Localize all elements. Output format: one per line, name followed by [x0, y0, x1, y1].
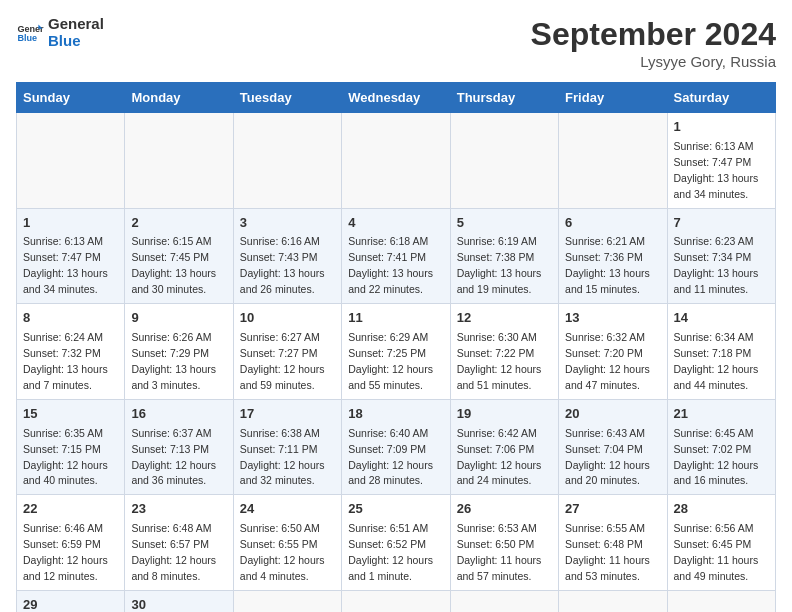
- calendar-cell: 20Sunrise: 6:43 AMSunset: 7:04 PMDayligh…: [559, 399, 667, 495]
- day-info: Sunrise: 6:46 AMSunset: 6:59 PMDaylight:…: [23, 522, 108, 582]
- calendar-cell: 7Sunrise: 6:23 AMSunset: 7:34 PMDaylight…: [667, 208, 775, 304]
- day-info: Sunrise: 6:55 AMSunset: 6:48 PMDaylight:…: [565, 522, 650, 582]
- header-thursday: Thursday: [450, 83, 558, 113]
- day-info: Sunrise: 6:15 AMSunset: 7:45 PMDaylight:…: [131, 235, 216, 295]
- calendar-cell: 15Sunrise: 6:35 AMSunset: 7:15 PMDayligh…: [17, 399, 125, 495]
- calendar-cell: 6Sunrise: 6:21 AMSunset: 7:36 PMDaylight…: [559, 208, 667, 304]
- day-number: 10: [240, 309, 335, 328]
- day-number: 6: [565, 214, 660, 233]
- calendar-cell: 24Sunrise: 6:50 AMSunset: 6:55 PMDayligh…: [233, 495, 341, 591]
- day-number: 20: [565, 405, 660, 424]
- calendar-cell: 28Sunrise: 6:56 AMSunset: 6:45 PMDayligh…: [667, 495, 775, 591]
- calendar-cell: 1Sunrise: 6:13 AMSunset: 7:47 PMDaylight…: [17, 208, 125, 304]
- calendar-cell: [450, 590, 558, 612]
- day-info: Sunrise: 6:48 AMSunset: 6:57 PMDaylight:…: [131, 522, 216, 582]
- day-number: 29: [23, 596, 118, 612]
- calendar-cell: 17Sunrise: 6:38 AMSunset: 7:11 PMDayligh…: [233, 399, 341, 495]
- calendar-week-row: 15Sunrise: 6:35 AMSunset: 7:15 PMDayligh…: [17, 399, 776, 495]
- day-info: Sunrise: 6:40 AMSunset: 7:09 PMDaylight:…: [348, 427, 433, 487]
- day-info: Sunrise: 6:23 AMSunset: 7:34 PMDaylight:…: [674, 235, 759, 295]
- day-number: 17: [240, 405, 335, 424]
- calendar-cell: [450, 113, 558, 209]
- day-number: 24: [240, 500, 335, 519]
- day-info: Sunrise: 6:38 AMSunset: 7:11 PMDaylight:…: [240, 427, 325, 487]
- day-number: 2: [131, 214, 226, 233]
- calendar-cell: 9Sunrise: 6:26 AMSunset: 7:29 PMDaylight…: [125, 304, 233, 400]
- calendar-cell: [559, 590, 667, 612]
- day-info: Sunrise: 6:35 AMSunset: 7:15 PMDaylight:…: [23, 427, 108, 487]
- day-number: 19: [457, 405, 552, 424]
- header-wednesday: Wednesday: [342, 83, 450, 113]
- calendar-cell: 4Sunrise: 6:18 AMSunset: 7:41 PMDaylight…: [342, 208, 450, 304]
- calendar-cell: 19Sunrise: 6:42 AMSunset: 7:06 PMDayligh…: [450, 399, 558, 495]
- calendar-cell: 11Sunrise: 6:29 AMSunset: 7:25 PMDayligh…: [342, 304, 450, 400]
- day-info: Sunrise: 6:19 AMSunset: 7:38 PMDaylight:…: [457, 235, 542, 295]
- calendar-week-row: 1Sunrise: 6:13 AMSunset: 7:47 PMDaylight…: [17, 208, 776, 304]
- day-number: 1: [23, 214, 118, 233]
- calendar-cell: [233, 113, 341, 209]
- calendar-cell: 3Sunrise: 6:16 AMSunset: 7:43 PMDaylight…: [233, 208, 341, 304]
- day-number: 21: [674, 405, 769, 424]
- calendar-cell: 10Sunrise: 6:27 AMSunset: 7:27 PMDayligh…: [233, 304, 341, 400]
- calendar-cell: 2Sunrise: 6:15 AMSunset: 7:45 PMDaylight…: [125, 208, 233, 304]
- calendar-cell: [342, 590, 450, 612]
- day-info: Sunrise: 6:13 AMSunset: 7:47 PMDaylight:…: [23, 235, 108, 295]
- day-info: Sunrise: 6:32 AMSunset: 7:20 PMDaylight:…: [565, 331, 650, 391]
- day-info: Sunrise: 6:13 AMSunset: 7:47 PMDaylight:…: [674, 140, 759, 200]
- calendar-cell: [342, 113, 450, 209]
- calendar-cell: 30Sunrise: 6:59 AMSunset: 6:41 PMDayligh…: [125, 590, 233, 612]
- logo-general: General: [48, 16, 104, 33]
- header-monday: Monday: [125, 83, 233, 113]
- day-info: Sunrise: 6:51 AMSunset: 6:52 PMDaylight:…: [348, 522, 433, 582]
- day-number: 30: [131, 596, 226, 612]
- calendar-cell: 22Sunrise: 6:46 AMSunset: 6:59 PMDayligh…: [17, 495, 125, 591]
- day-number: 1: [674, 118, 769, 137]
- day-info: Sunrise: 6:21 AMSunset: 7:36 PMDaylight:…: [565, 235, 650, 295]
- header-tuesday: Tuesday: [233, 83, 341, 113]
- day-number: 22: [23, 500, 118, 519]
- logo: General Blue General Blue: [16, 16, 104, 49]
- day-info: Sunrise: 6:37 AMSunset: 7:13 PMDaylight:…: [131, 427, 216, 487]
- day-number: 15: [23, 405, 118, 424]
- calendar-cell: 27Sunrise: 6:55 AMSunset: 6:48 PMDayligh…: [559, 495, 667, 591]
- calendar-cell: 1Sunrise: 6:13 AMSunset: 7:47 PMDaylight…: [667, 113, 775, 209]
- calendar-cell: [233, 590, 341, 612]
- day-info: Sunrise: 6:16 AMSunset: 7:43 PMDaylight:…: [240, 235, 325, 295]
- day-number: 8: [23, 309, 118, 328]
- calendar-cell: 13Sunrise: 6:32 AMSunset: 7:20 PMDayligh…: [559, 304, 667, 400]
- day-info: Sunrise: 6:26 AMSunset: 7:29 PMDaylight:…: [131, 331, 216, 391]
- day-number: 28: [674, 500, 769, 519]
- day-number: 5: [457, 214, 552, 233]
- calendar-cell: 16Sunrise: 6:37 AMSunset: 7:13 PMDayligh…: [125, 399, 233, 495]
- day-info: Sunrise: 6:27 AMSunset: 7:27 PMDaylight:…: [240, 331, 325, 391]
- day-info: Sunrise: 6:42 AMSunset: 7:06 PMDaylight:…: [457, 427, 542, 487]
- calendar-cell: 26Sunrise: 6:53 AMSunset: 6:50 PMDayligh…: [450, 495, 558, 591]
- day-number: 9: [131, 309, 226, 328]
- day-number: 25: [348, 500, 443, 519]
- page-header: General Blue General Blue September 2024…: [16, 16, 776, 70]
- day-info: Sunrise: 6:45 AMSunset: 7:02 PMDaylight:…: [674, 427, 759, 487]
- calendar-header-row: Sunday Monday Tuesday Wednesday Thursday…: [17, 83, 776, 113]
- day-number: 26: [457, 500, 552, 519]
- day-number: 12: [457, 309, 552, 328]
- calendar-cell: [559, 113, 667, 209]
- day-number: 23: [131, 500, 226, 519]
- day-number: 14: [674, 309, 769, 328]
- day-number: 7: [674, 214, 769, 233]
- day-number: 3: [240, 214, 335, 233]
- calendar-cell: 12Sunrise: 6:30 AMSunset: 7:22 PMDayligh…: [450, 304, 558, 400]
- day-info: Sunrise: 6:24 AMSunset: 7:32 PMDaylight:…: [23, 331, 108, 391]
- calendar-cell: [667, 590, 775, 612]
- day-info: Sunrise: 6:29 AMSunset: 7:25 PMDaylight:…: [348, 331, 433, 391]
- day-info: Sunrise: 6:56 AMSunset: 6:45 PMDaylight:…: [674, 522, 759, 582]
- header-friday: Friday: [559, 83, 667, 113]
- calendar-table: Sunday Monday Tuesday Wednesday Thursday…: [16, 82, 776, 612]
- calendar-cell: 21Sunrise: 6:45 AMSunset: 7:02 PMDayligh…: [667, 399, 775, 495]
- day-number: 27: [565, 500, 660, 519]
- calendar-cell: 8Sunrise: 6:24 AMSunset: 7:32 PMDaylight…: [17, 304, 125, 400]
- calendar-cell: 29Sunrise: 6:58 AMSunset: 6:43 PMDayligh…: [17, 590, 125, 612]
- header-sunday: Sunday: [17, 83, 125, 113]
- header-saturday: Saturday: [667, 83, 775, 113]
- calendar-cell: 18Sunrise: 6:40 AMSunset: 7:09 PMDayligh…: [342, 399, 450, 495]
- day-number: 18: [348, 405, 443, 424]
